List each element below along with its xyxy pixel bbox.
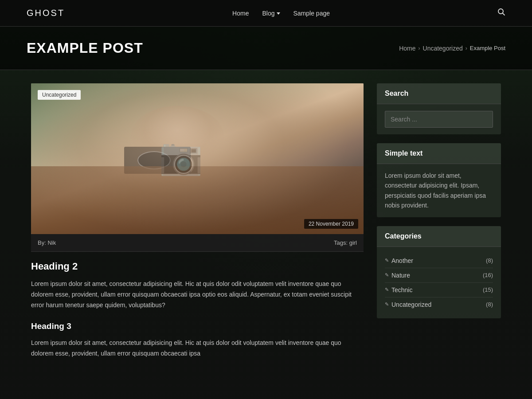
nav-home[interactable]: Home <box>232 10 249 17</box>
chevron-down-icon <box>277 12 280 15</box>
edit-icon: ✎ <box>385 301 389 307</box>
category-link[interactable]: ✎ Technic <box>385 286 412 293</box>
category-label: Technic <box>391 286 412 293</box>
search-widget: Search <box>377 83 501 134</box>
breadcrumb-category[interactable]: Uncategorized <box>423 45 463 52</box>
svg-line-1 <box>503 13 505 16</box>
main-nav: Home Blog Sample page <box>232 10 330 17</box>
post-paragraph2: Lorem ipsum dolor sit amet, consectetur … <box>31 338 364 359</box>
post-meta: By: Nik Tags: girl <box>31 234 364 252</box>
category-count: (15) <box>483 286 493 293</box>
category-item: ✎ Uncategorized (8) <box>385 297 493 312</box>
edit-icon: ✎ <box>385 258 389 263</box>
text-widget-body: Lorem ipsum dolor sit amet, consectetur … <box>377 164 501 217</box>
post-heading2: Heading 2 <box>31 261 364 272</box>
post-area: Uncategorized 22 November 2019 By: Nik T… <box>31 83 364 375</box>
post-date: 22 November 2019 <box>304 219 358 229</box>
categories-widget-title: Categories <box>377 226 501 247</box>
category-link[interactable]: ✎ Another <box>385 257 413 264</box>
category-item: ✎ Nature (16) <box>385 268 493 283</box>
category-label: Nature <box>391 272 410 279</box>
breadcrumb-sep-1: › <box>419 45 420 51</box>
nav-blog[interactable]: Blog <box>262 10 280 17</box>
page-hero: EXAMPLE POST Home › Uncategorized › Exam… <box>0 27 532 70</box>
search-widget-title: Search <box>377 83 501 104</box>
main-content: Uncategorized 22 November 2019 By: Nik T… <box>22 83 510 375</box>
category-count: (8) <box>486 257 493 264</box>
search-icon[interactable] <box>497 8 505 18</box>
category-link[interactable]: ✎ Uncategorized <box>385 301 431 308</box>
edit-icon: ✎ <box>385 272 389 278</box>
category-item: ✎ Technic (15) <box>385 283 493 297</box>
category-item: ✎ Another (8) <box>385 254 493 268</box>
text-widget-title: Simple text <box>377 143 501 164</box>
search-input[interactable] <box>385 111 493 128</box>
text-widget: Simple text Lorem ipsum dolor sit amet, … <box>377 143 501 217</box>
breadcrumb-sep-2: › <box>466 45 467 51</box>
sidebar: Search Simple text Lorem ipsum dolor sit… <box>377 83 501 375</box>
categories-widget-body: ✎ Another (8) ✎ Nature (16) ✎ Technic (1… <box>377 247 501 318</box>
breadcrumb-current: Example Post <box>470 45 505 51</box>
category-count: (8) <box>486 301 493 308</box>
search-widget-body <box>377 104 501 134</box>
edit-icon: ✎ <box>385 287 389 293</box>
post-heading3: Heading 3 <box>31 321 364 331</box>
page-title: EXAMPLE POST <box>27 40 143 56</box>
post-image-container: Uncategorized 22 November 2019 <box>31 83 364 234</box>
post-author: By: Nik <box>38 239 56 246</box>
post-image <box>31 83 364 234</box>
nav-sample-page[interactable]: Sample page <box>293 10 330 17</box>
category-list: ✎ Another (8) ✎ Nature (16) ✎ Technic (1… <box>385 254 493 312</box>
breadcrumb-home[interactable]: Home <box>399 45 415 52</box>
post-content: Heading 2 Lorem ipsum dolor sit amet, co… <box>31 252 364 375</box>
site-header: GHOST Home Blog Sample page <box>0 0 532 27</box>
post-paragraph1: Lorem ipsum dolor sit amet, consectetur … <box>31 279 364 310</box>
text-widget-content: Lorem ipsum dolor sit amet, consectetur … <box>385 171 493 211</box>
portrait-overlay <box>31 83 364 234</box>
category-badge[interactable]: Uncategorized <box>38 90 81 100</box>
category-label: Uncategorized <box>391 301 431 308</box>
categories-widget: Categories ✎ Another (8) ✎ Nature (16) ✎… <box>377 226 501 318</box>
category-label: Another <box>391 257 413 264</box>
site-logo[interactable]: GHOST <box>27 8 65 18</box>
post-tags: Tags: girl <box>334 239 357 246</box>
category-link[interactable]: ✎ Nature <box>385 272 410 279</box>
category-count: (16) <box>483 272 493 278</box>
breadcrumb: Home › Uncategorized › Example Post <box>399 45 505 52</box>
